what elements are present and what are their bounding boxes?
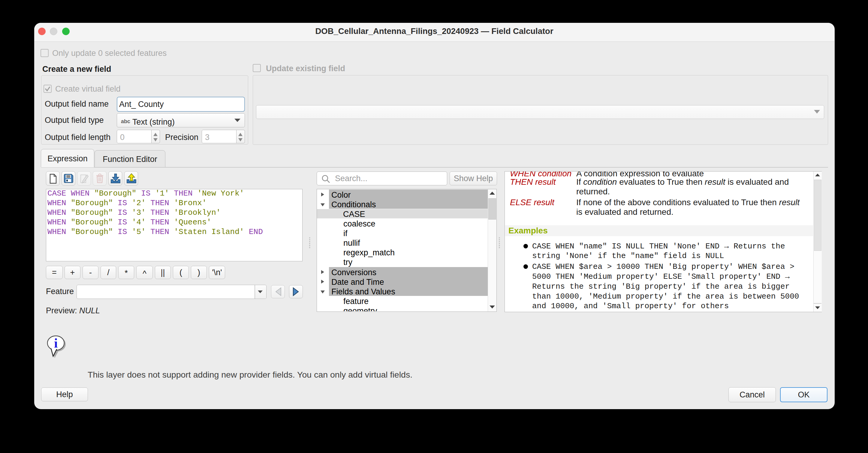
svg-text:i: i	[54, 336, 58, 350]
